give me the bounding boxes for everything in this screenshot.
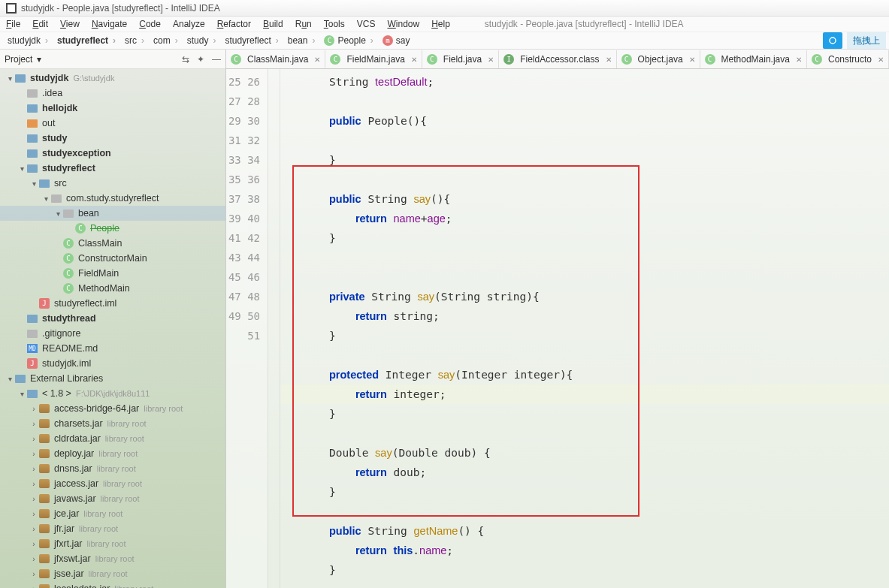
menu-refactor[interactable]: Refactor (217, 19, 251, 29)
close-icon[interactable]: ✕ (796, 56, 802, 64)
menu-tools[interactable]: Tools (324, 19, 345, 29)
collapse-icon[interactable]: ⇆ (182, 54, 189, 65)
tree-node[interactable]: ›deploy.jarlibrary root (0, 446, 225, 461)
tree-node[interactable]: CPeople (0, 221, 225, 236)
crumb-com[interactable]: com (149, 35, 183, 46)
tree-twisty-icon[interactable]: › (29, 450, 39, 458)
crumb-studyreflect[interactable]: studyreflect (53, 35, 120, 46)
menu-build[interactable]: Build (263, 19, 283, 29)
menu-analyze[interactable]: Analyze (173, 19, 205, 29)
tree-node[interactable]: ›dnsns.jarlibrary root (0, 461, 225, 476)
tree-node[interactable]: ▾External Libraries (0, 371, 225, 386)
tree-node[interactable]: CFieldMain (0, 266, 225, 281)
tree-twisty-icon[interactable]: › (29, 555, 39, 563)
tree-twisty-icon[interactable]: ▾ (53, 210, 63, 218)
editor-body[interactable]: 25 26 27 28 29 30 31 32 33 34 35 36 37 3… (226, 69, 889, 588)
crumb-studyjdk[interactable]: studyjdk (3, 35, 53, 46)
tree-twisty-icon[interactable]: › (29, 465, 39, 473)
tree-node[interactable]: ›access-bridge-64.jarlibrary root (0, 401, 225, 416)
tree-twisty-icon[interactable]: › (29, 495, 39, 503)
tree-twisty-icon[interactable]: ▾ (5, 74, 15, 83)
menu-edit[interactable]: Edit (32, 19, 48, 29)
tree-node[interactable]: ›jce.jarlibrary root (0, 506, 225, 521)
project-tree[interactable]: ▾studyjdkG:\studyjdk.ideahellojdkoutstud… (0, 69, 225, 588)
settings-icon[interactable]: ✦ (197, 54, 204, 65)
tree-twisty-icon[interactable]: › (29, 585, 39, 589)
tree-node[interactable]: ›jfxswt.jarlibrary root (0, 551, 225, 566)
menu-view[interactable]: View (60, 19, 80, 29)
tree-node[interactable]: ▾studyjdkG:\studyjdk (0, 71, 225, 86)
editor-tab[interactable]: CFieldMain.java✕ (325, 50, 422, 68)
tree-node[interactable]: out (0, 116, 225, 131)
crumb-study[interactable]: study (183, 35, 221, 46)
tree-node[interactable]: studyexception (0, 146, 225, 161)
tree-node[interactable]: CClassMain (0, 236, 225, 251)
editor-tab[interactable]: IFieldAccessor.class✕ (499, 50, 616, 68)
tree-twisty-icon[interactable]: › (29, 480, 39, 488)
editor-tab[interactable]: CConstructo✕ (807, 50, 889, 68)
editor-tab[interactable]: CClassMain.java✕ (226, 50, 325, 68)
tree-node[interactable]: ▾bean (0, 206, 225, 221)
tree-node[interactable]: Jstudyjdk.iml (0, 356, 225, 371)
crumb-src[interactable]: src (120, 35, 149, 46)
tree-twisty-icon[interactable]: ▾ (5, 375, 15, 383)
tree-node[interactable]: study (0, 131, 225, 146)
code-content[interactable]: String testDefault; public People(){ } p… (280, 69, 889, 588)
tree-node[interactable]: .idea (0, 86, 225, 101)
menu-help[interactable]: Help (431, 19, 450, 29)
editor-tab[interactable]: CObject.java✕ (617, 50, 700, 68)
close-icon[interactable]: ✕ (878, 56, 884, 64)
tree-twisty-icon[interactable]: ▾ (17, 164, 27, 173)
menu-vcs[interactable]: VCS (357, 19, 376, 29)
crumb-say[interactable]: msay (378, 35, 419, 46)
tree-twisty-icon[interactable]: › (29, 435, 39, 443)
menu-navigate[interactable]: Navigate (92, 19, 127, 29)
menu-window[interactable]: Window (387, 19, 419, 29)
close-icon[interactable]: ✕ (314, 56, 320, 64)
hide-icon[interactable]: — (212, 54, 221, 65)
tree-node[interactable]: ›localedata.jarlibrary root (0, 581, 225, 588)
close-icon[interactable]: ✕ (411, 56, 417, 64)
tree-twisty-icon[interactable]: › (29, 510, 39, 518)
tree-node[interactable]: ▾< 1.8 >F:\JDK\jdk\jdk8u111 (0, 386, 225, 401)
tree-node[interactable]: ›jfxrt.jarlibrary root (0, 536, 225, 551)
tree-twisty-icon[interactable]: › (29, 420, 39, 428)
tree-node[interactable]: CMethodMain (0, 281, 225, 296)
editor-tab[interactable]: CField.java✕ (422, 50, 499, 68)
close-icon[interactable]: ✕ (689, 56, 695, 64)
crumb-studyreflect[interactable]: studyreflect (220, 35, 283, 46)
tree-twisty-icon[interactable]: ▾ (41, 194, 51, 203)
tree-twisty-icon[interactable]: › (29, 405, 39, 413)
tree-twisty-icon[interactable]: › (29, 525, 39, 533)
tree-node[interactable]: ›jfr.jarlibrary root (0, 521, 225, 536)
tree-node[interactable]: ›jaccess.jarlibrary root (0, 476, 225, 491)
tree-twisty-icon[interactable]: ▾ (29, 179, 39, 188)
close-icon[interactable]: ✕ (606, 56, 612, 64)
tree-node[interactable]: ▾studyreflect (0, 161, 225, 176)
tree-node[interactable]: ▾src (0, 176, 225, 191)
tree-node[interactable]: ▾com.study.studyreflect (0, 191, 225, 206)
project-view-title[interactable]: Project (5, 54, 32, 65)
drag-upload-tab[interactable]: 拖拽上 (847, 32, 886, 49)
fold-strip[interactable] (268, 69, 280, 588)
tree-node[interactable]: ›charsets.jarlibrary root (0, 416, 225, 431)
tree-node[interactable]: hellojdk (0, 101, 225, 116)
crumb-people[interactable]: CPeople (319, 35, 377, 46)
tree-node[interactable]: ›javaws.jarlibrary root (0, 491, 225, 506)
tree-node[interactable]: ›jsse.jarlibrary root (0, 566, 225, 581)
tree-node[interactable]: MDREADME.md (0, 341, 225, 356)
menu-code[interactable]: Code (139, 19, 161, 29)
project-view-dropdown-icon[interactable]: ▾ (37, 54, 41, 65)
tree-node[interactable]: Jstudyreflect.iml (0, 296, 225, 311)
tree-node[interactable]: .gitignore (0, 326, 225, 341)
tree-node[interactable]: ›cldrdata.jarlibrary root (0, 431, 225, 446)
tree-node[interactable]: studythread (0, 311, 225, 326)
sync-button[interactable] (823, 32, 842, 49)
tree-twisty-icon[interactable]: › (29, 540, 39, 548)
menu-file[interactable]: File (6, 19, 20, 29)
tree-twisty-icon[interactable]: › (29, 570, 39, 578)
breadcrumb[interactable]: studyjdkstudyreflectsrccomstudystudyrefl… (0, 35, 419, 46)
tree-node[interactable]: CConstructorMain (0, 251, 225, 266)
menu-run[interactable]: Run (295, 19, 312, 29)
editor-tab[interactable]: CMethodMain.java✕ (700, 50, 807, 68)
